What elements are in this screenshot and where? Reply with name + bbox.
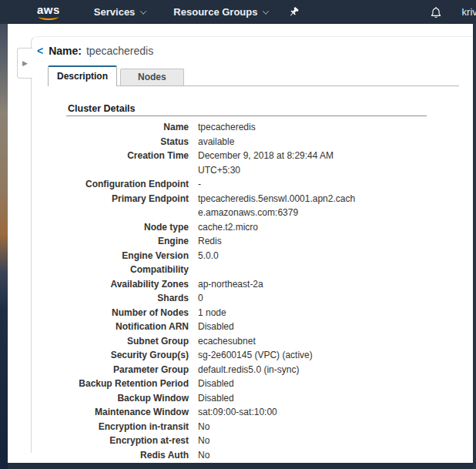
detail-label: Backup Window: [66, 391, 189, 406]
caret-down-icon: [263, 8, 269, 14]
detail-label: Engine Version Compatibility: [66, 249, 189, 277]
name-header-label: Name:: [49, 45, 82, 57]
detail-label: Encryption at-rest: [66, 434, 189, 448]
detail-row: Nametpecacheredis: [66, 120, 473, 135]
aws-top-navbar: aws Services Resource Groups krive: [0, 0, 476, 24]
cluster-details-section: Cluster Details NametpecacheredisStatusa…: [66, 103, 473, 462]
detail-row: Creation TimeDecember 9, 2018 at 8:29:44…: [66, 149, 473, 177]
section-divider: [66, 116, 427, 116]
aws-logo[interactable]: aws: [37, 5, 60, 20]
detail-label: Notification ARN: [66, 320, 189, 334]
back-chevron-link[interactable]: <: [37, 45, 43, 57]
detail-row: Notification ARNDisabled: [66, 320, 473, 334]
footer-bar: [8, 463, 473, 469]
detail-row: Parameter Groupdefault.redis5.0 (in-sync…: [66, 363, 473, 377]
tab-nodes[interactable]: Nodes: [120, 69, 184, 86]
pushpin-icon[interactable]: [288, 6, 300, 18]
detail-row: EngineRedis: [66, 234, 473, 249]
detail-value: Disabled: [198, 320, 234, 334]
detail-label: Maintenance Window: [66, 405, 189, 420]
detail-row: Encryption in-transitNo: [66, 420, 473, 434]
detail-label: Encryption in-transit: [66, 420, 189, 434]
detail-value: 5.0.0: [198, 249, 219, 277]
detail-row: Node typecache.t2.micro: [66, 220, 473, 235]
detail-label: Status: [66, 135, 189, 149]
detail-row: Availability Zonesap-northeast-2a: [66, 277, 473, 292]
detail-row: Primary Endpointtpecacheredis.5enswl.000…: [66, 192, 473, 220]
detail-value: No: [198, 434, 210, 448]
window-right-edge: [473, 0, 476, 469]
detail-label: Shards: [66, 291, 189, 306]
user-menu[interactable]: krive: [462, 6, 476, 18]
detail-label: Configuration Endpoint: [66, 177, 189, 192]
name-header-value: tpecacheredis: [86, 45, 153, 57]
services-menu[interactable]: Services: [94, 6, 146, 18]
detail-row: Subnet Groupecachesubnet: [66, 334, 473, 349]
detail-row: Security Group(s)sg-2e600145 (VPC) (acti…: [66, 348, 473, 363]
aws-smile-arc: [39, 13, 59, 20]
resource-groups-menu[interactable]: Resource Groups: [173, 6, 268, 18]
cluster-name-header: < Name: tpecacheredis: [32, 37, 473, 57]
detail-tabs: Description Nodes: [48, 65, 459, 86]
detail-value: Disabled: [198, 391, 234, 406]
detail-row: Shards0: [66, 291, 473, 306]
detail-value: ecachesubnet: [198, 334, 256, 349]
detail-value: 1 node: [198, 306, 226, 320]
detail-row: Number of Nodes1 node: [66, 306, 473, 320]
detail-value: tpecacheredis: [198, 120, 256, 135]
chevron-right-icon: ▶: [22, 60, 28, 67]
detail-value: sg-2e600145 (VPC) (active): [198, 348, 313, 363]
detail-row: Backup WindowDisabled: [66, 391, 473, 406]
detail-value: Redis: [198, 234, 222, 249]
sidebar-expand-toggle[interactable]: ▶: [17, 48, 32, 79]
detail-value: tpecacheredis.5enswl.0001.apn2.cach e.am…: [198, 192, 355, 220]
detail-value: default.redis5.0 (in-sync): [198, 363, 299, 377]
detail-label: Subnet Group: [66, 334, 189, 349]
notifications-bell-icon[interactable]: [430, 6, 442, 18]
services-menu-label: Services: [94, 6, 136, 18]
detail-row: Redis AuthNo: [66, 448, 473, 463]
detail-row: Maintenance Windowsat:09:00-sat:10:00: [66, 405, 473, 420]
cluster-detail-panel: < Name: tpecacheredis Description Nodes …: [31, 36, 473, 453]
detail-label: Security Group(s): [66, 348, 189, 363]
resource-groups-menu-label: Resource Groups: [173, 6, 257, 18]
detail-label: Backup Retention Period: [66, 377, 189, 391]
detail-row: Backup Retention PeriodDisabled: [66, 377, 473, 391]
detail-label: Primary Endpoint: [66, 192, 189, 220]
detail-value: available: [198, 135, 234, 149]
detail-value: ap-northeast-2a: [198, 277, 263, 292]
cluster-details-table: NametpecacheredisStatusavailableCreation…: [66, 120, 473, 462]
detail-label: Parameter Group: [66, 363, 189, 377]
detail-value: December 9, 2018 at 8:29:44 AM UTC+5:30: [198, 149, 334, 177]
detail-label: Name: [66, 120, 189, 135]
detail-row: Encryption at-restNo: [66, 434, 473, 448]
detail-label: Engine: [66, 234, 189, 249]
detail-value: 0: [198, 291, 203, 306]
detail-label: Creation Time: [66, 149, 189, 177]
detail-value: cache.t2.micro: [198, 220, 258, 235]
detail-value: -: [198, 177, 201, 192]
detail-value: sat:09:00-sat:10:00: [198, 405, 277, 420]
detail-row: Engine Version Compatibility5.0.0: [66, 249, 473, 277]
detail-label: Availability Zones: [66, 277, 189, 292]
detail-row: Configuration Endpoint-: [66, 177, 473, 192]
detail-label: Redis Auth: [66, 448, 189, 463]
detail-value: No: [198, 448, 210, 463]
tab-description[interactable]: Description: [48, 65, 117, 86]
desktop-background-strip: [0, 0, 8, 469]
cluster-details-title: Cluster Details: [68, 103, 473, 114]
detail-label: Number of Nodes: [66, 306, 189, 320]
detail-label: Node type: [66, 220, 189, 235]
detail-value: Disabled: [198, 377, 234, 391]
console-content-area: ▶ < Name: tpecacheredis Description Node…: [8, 24, 473, 469]
detail-row: Statusavailable: [66, 135, 473, 149]
detail-value: No: [198, 420, 210, 434]
caret-down-icon: [140, 8, 146, 14]
